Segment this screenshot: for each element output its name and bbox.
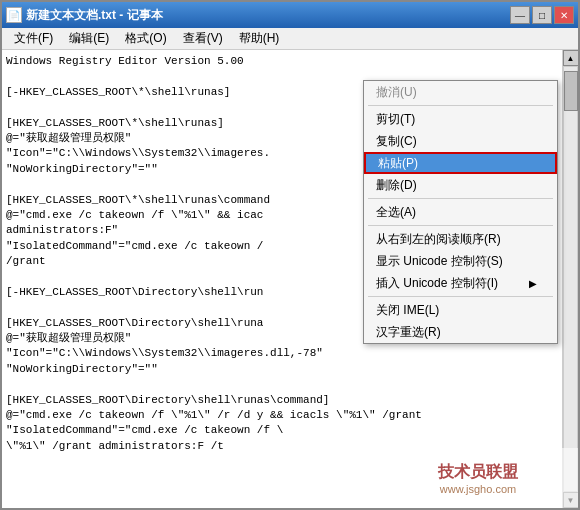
ctx-rtl[interactable]: 从右到左的阅读顺序(R) (364, 228, 557, 250)
ctx-sep-4 (368, 296, 553, 297)
app-icon: 📄 (6, 7, 22, 23)
menu-bar: 文件(F) 编辑(E) 格式(O) 查看(V) 帮助(H) (2, 28, 578, 50)
ctx-paste[interactable]: 粘贴(P) (364, 152, 557, 174)
menu-help[interactable]: 帮助(H) (231, 28, 288, 49)
ctx-paste-label: 粘贴(P) (378, 155, 418, 172)
watermark: 技术员联盟 www.jsgho.com (378, 448, 578, 508)
ctx-copy[interactable]: 复制(C) (364, 130, 557, 152)
title-bar-left: 📄 新建文本文档.txt - 记事本 (6, 7, 163, 24)
ctx-delete[interactable]: 删除(D) (364, 174, 557, 196)
ctx-selectall[interactable]: 全选(A) (364, 201, 557, 223)
scrollbar-thumb[interactable] (564, 71, 578, 111)
ctx-show-unicode[interactable]: 显示 Unicode 控制符(S) (364, 250, 557, 272)
scrollbar[interactable]: ▲ ▼ (562, 50, 578, 508)
ctx-sep-3 (368, 225, 553, 226)
menu-format[interactable]: 格式(O) (117, 28, 174, 49)
close-button[interactable]: ✕ (554, 6, 574, 24)
scrollbar-up-btn[interactable]: ▲ (563, 50, 579, 66)
ctx-selectall-label: 全选(A) (376, 204, 416, 221)
watermark-line2: www.jsgho.com (440, 483, 516, 495)
window-title: 新建文本文档.txt - 记事本 (26, 7, 163, 24)
menu-file[interactable]: 文件(F) (6, 28, 61, 49)
ctx-close-ime-label: 关闭 IME(L) (376, 302, 439, 319)
title-buttons: — □ ✕ (510, 6, 574, 24)
minimize-button[interactable]: — (510, 6, 530, 24)
ctx-rtl-label: 从右到左的阅读顺序(R) (376, 231, 501, 248)
ctx-cut[interactable]: 剪切(T) (364, 108, 557, 130)
watermark-line1: 技术员联盟 (438, 462, 518, 483)
ctx-reselect[interactable]: 汉字重选(R) (364, 321, 557, 343)
title-bar: 📄 新建文本文档.txt - 记事本 — □ ✕ (2, 2, 578, 28)
ctx-sep-2 (368, 198, 553, 199)
content-area: Windows Registry Editor Version 5.00 [-H… (2, 50, 578, 508)
maximize-button[interactable]: □ (532, 6, 552, 24)
menu-view[interactable]: 查看(V) (175, 28, 231, 49)
menu-edit[interactable]: 编辑(E) (61, 28, 117, 49)
ctx-reselect-label: 汉字重选(R) (376, 324, 441, 341)
ctx-close-ime[interactable]: 关闭 IME(L) (364, 299, 557, 321)
ctx-cut-label: 剪切(T) (376, 111, 415, 128)
ctx-delete-label: 删除(D) (376, 177, 417, 194)
ctx-copy-label: 复制(C) (376, 133, 417, 150)
ctx-arrow-icon: ▶ (529, 278, 537, 289)
context-menu: 撤消(U) 剪切(T) 复制(C) 粘贴(P) 删除(D) 全选(A) 从右到左… (363, 80, 558, 344)
ctx-undo-label: 撤消(U) (376, 84, 417, 101)
ctx-show-unicode-label: 显示 Unicode 控制符(S) (376, 253, 503, 270)
ctx-sep-1 (368, 105, 553, 106)
window: 📄 新建文本文档.txt - 记事本 — □ ✕ 文件(F) 编辑(E) 格式(… (0, 0, 580, 510)
scrollbar-track[interactable] (563, 66, 578, 492)
ctx-insert-unicode[interactable]: 插入 Unicode 控制符(I) ▶ (364, 272, 557, 294)
ctx-insert-unicode-label: 插入 Unicode 控制符(I) (376, 275, 498, 292)
ctx-undo[interactable]: 撤消(U) (364, 81, 557, 103)
